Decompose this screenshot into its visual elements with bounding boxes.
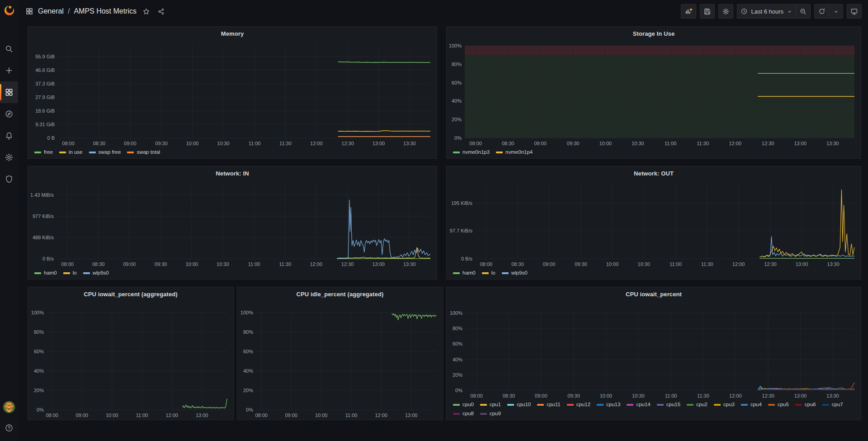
refresh-dashboard-button[interactable] [814,4,829,19]
legend-item[interactable]: cpu3 [714,401,735,408]
svg-text:13:30: 13:30 [403,261,416,267]
svg-text:11:30: 11:30 [279,141,292,146]
add-panel-button[interactable] [681,4,696,19]
sidebar-item-configuration[interactable] [0,147,18,168]
svg-text:08:00: 08:00 [469,141,482,146]
legend-item[interactable]: cpu11 [537,401,560,408]
legend-item[interactable]: cpu8 [453,410,474,417]
cpu-idle-agg-chart[interactable]: 100%80%60%40%20%0%08:0009:0010:0011:0012… [237,301,443,420]
legend-item[interactable]: wlp9s0 [502,269,528,277]
breadcrumb-dashboard-title[interactable]: AMPS Host Metrics [74,7,137,15]
cpu-iowait-agg-chart[interactable]: 100%80%60%40%20%0%08:0009:0010:0011:0012… [28,301,233,420]
panel-title[interactable]: CPU iowait_percent (aggregated) [28,287,233,301]
svg-text:0%: 0% [455,388,462,393]
share-dashboard-button[interactable] [156,8,166,15]
svg-text:0 B/s: 0 B/s [461,256,473,261]
save-dashboard-button[interactable] [700,4,715,19]
cpu-iowait-legend: cpu0cpu1cpu10cpu11cpu12cpu13cpu14cpu15cp… [447,400,861,420]
svg-text:08:30: 08:30 [503,393,515,398]
legend-item[interactable]: cpu5 [768,401,789,408]
cpu-iowait-chart[interactable]: 100%80%60%40%20%0%08:0008:3009:0009:3010… [447,301,861,400]
svg-text:488 KiB/s: 488 KiB/s [33,235,54,240]
legend-item[interactable]: cpu4 [741,401,762,408]
legend-item[interactable]: cpu6 [795,401,816,408]
panel-title[interactable]: Network: OUT [447,166,861,180]
legend-item[interactable]: cpu0 [453,401,474,408]
grafana-logo[interactable] [0,0,18,21]
legend-swatch [822,404,829,406]
dashboard-settings-button[interactable] [718,4,733,19]
legend-item[interactable]: lo [63,269,77,277]
legend-item[interactable]: ham0 [34,269,57,277]
time-picker-button[interactable]: Last 6 hours [737,4,796,19]
kiosk-mode-button[interactable] [847,4,862,19]
legend-swatch [507,404,514,406]
legend-swatch [795,404,802,406]
legend-item[interactable]: cpu13 [597,401,620,408]
legend-item[interactable]: lo [482,269,495,277]
legend-item[interactable]: free [34,148,53,156]
svg-text:60%: 60% [453,341,462,346]
svg-text:08:00: 08:00 [480,261,493,267]
legend-swatch [453,404,460,406]
sidebar-item-server-admin[interactable] [0,168,18,190]
legend-label: in use [69,148,83,156]
dashboard-grid: Memory 55.9 GiB46.6 GiB37.3 GiB27.9 GiB1… [18,23,868,427]
sidebar-item-alerting[interactable] [0,125,18,147]
star-icon [142,8,150,15]
svg-text:11:00: 11:00 [665,141,677,146]
refresh-interval-button[interactable] [829,4,843,19]
svg-text:97.7 KiB/s: 97.7 KiB/s [450,228,473,233]
legend-item[interactable]: nvme0n1p3 [453,148,490,156]
panel-memory: Memory 55.9 GiB46.6 GiB37.3 GiB27.9 GiB1… [28,26,437,159]
legend-swatch [453,413,460,415]
breadcrumb-folder[interactable]: General [38,7,64,15]
sidebar-item-search[interactable] [0,38,18,60]
legend-item[interactable]: cpu14 [627,401,650,408]
sidebar-item-help[interactable] [0,419,18,436]
legend-label: cpu1 [490,401,501,408]
network-in-chart[interactable]: 1.43 MiB/s977 KiB/s488 KiB/s0 B/s08:0008… [28,180,437,269]
star-dashboard-button[interactable] [141,8,151,15]
zoom-out-time-button[interactable] [796,4,811,19]
panel-title[interactable]: Storage In Use [447,27,861,40]
panel-title[interactable]: Network: IN [28,166,437,180]
refresh-group [814,4,843,19]
dashboard-row-2: Network: IN 1.43 MiB/s977 KiB/s488 KiB/s… [28,166,861,280]
svg-text:10:30: 10:30 [632,141,644,146]
legend-item[interactable]: cpu7 [822,401,843,408]
panel-cpu-idle-aggregated: CPU idle_percent (aggregated) 100%80%60%… [237,287,443,420]
legend-item[interactable]: cpu10 [507,401,531,408]
panel-title[interactable]: Memory [28,27,437,40]
memory-chart[interactable]: 55.9 GiB46.6 GiB37.3 GiB27.9 GiB18.6 GiB… [28,40,437,148]
sidebar-item-explore[interactable] [0,103,18,125]
legend-item[interactable]: cpu1 [480,401,501,408]
panel-title[interactable]: CPU iowait_percent [447,287,861,301]
svg-text:0%: 0% [37,407,44,413]
dashboard-toolbar: Last 6 hours [681,4,862,19]
svg-text:09:00: 09:00 [543,261,556,267]
legend-item[interactable]: cpu9 [480,410,501,417]
svg-text:13:00: 13:00 [794,141,807,146]
legend-item[interactable]: cpu15 [657,401,680,408]
legend-item[interactable]: swap total [127,148,160,156]
storage-chart[interactable]: 100%80%60%40%20%0%08:0008:3009:0009:3010… [447,40,861,148]
legend-item[interactable]: cpu2 [687,401,708,408]
legend-label: cpu4 [750,401,762,408]
panel-title[interactable]: CPU idle_percent (aggregated) [237,287,443,301]
legend-item[interactable]: swap free [89,148,121,156]
top-nav: General / AMPS Host Metrics [18,0,868,23]
legend-item[interactable]: nvme0n1p4 [496,148,533,156]
sidebar-item-dashboards[interactable] [0,81,18,103]
svg-text:10:00: 10:00 [599,141,612,146]
legend-item[interactable]: in use [59,148,83,156]
avatar[interactable] [3,401,15,413]
svg-text:10:00: 10:00 [606,261,619,267]
legend-item[interactable]: cpu12 [567,401,590,408]
legend-item[interactable]: wlp9s0 [83,269,109,277]
legend-label: lo [491,269,495,277]
network-out-chart[interactable]: 195 KiB/s97.7 KiB/s0 B/s08:0008:3009:000… [447,180,861,269]
svg-text:10:30: 10:30 [217,141,230,146]
sidebar-item-create[interactable] [0,60,18,81]
legend-item[interactable]: ham0 [453,269,476,277]
